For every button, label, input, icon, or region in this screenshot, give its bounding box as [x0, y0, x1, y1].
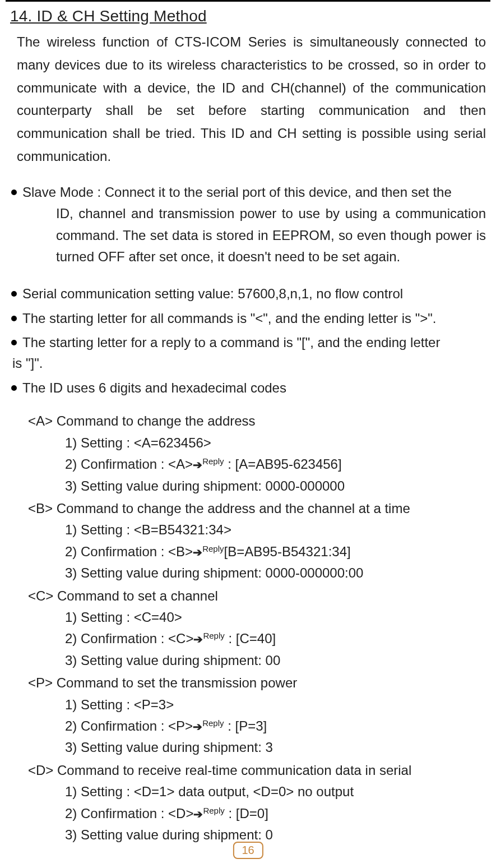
bullet-id-format: The ID uses 6 digits and hexadecimal cod… [22, 377, 486, 398]
command-item-text: Setting : <B=B54321:34> [81, 522, 231, 537]
section-title: 14. ID & CH Setting Method [10, 7, 486, 25]
command-item-number: 3) [65, 565, 81, 580]
bullet-icon [11, 190, 17, 195]
command-item-text: Setting : <C=40> [81, 610, 182, 625]
command-item-number: 3) [65, 653, 81, 668]
reply-superscript: Reply [202, 456, 224, 466]
command-item-text: Setting value during shipment: 3 [81, 740, 273, 755]
command-item: 1) Setting : <C=40> [10, 607, 486, 628]
command-item-number: 3) [65, 827, 81, 842]
command-item: 2) Confirmation : <B>➔Reply[B=AB95-B5432… [10, 541, 486, 562]
command-item-number: 1) [65, 522, 81, 537]
command-item-reply: : [C=40] [225, 631, 276, 646]
arrow-right-icon: ➔ [193, 718, 202, 736]
bullet-serial-setting: Serial communication setting value: 5760… [22, 283, 486, 304]
slave-mode-detail: ID, channel and transmission power to us… [10, 203, 486, 267]
command-item-number: 1) [65, 610, 81, 625]
bullet-icon [11, 291, 17, 297]
bullet-icon [11, 340, 17, 345]
command-item: 2) Confirmation : <A>➔Reply : [A=AB95-62… [10, 454, 486, 475]
command-title: <P> Command to set the transmission powe… [10, 672, 486, 694]
command-item-text: Confirmation : <B> [81, 544, 193, 559]
intro-paragraph: The wireless function of CTS-ICOM Series… [10, 31, 486, 168]
command-title: <C> Command to set a channel [10, 585, 486, 607]
command-item: 2) Confirmation : <C>➔Reply : [C=40] [10, 628, 486, 649]
command-item-number: 2) [65, 806, 81, 821]
command-title: <A> Command to change the address [10, 410, 486, 432]
command-item-number: 1) [65, 697, 81, 712]
reply-superscript: Reply [202, 544, 224, 553]
slave-mode-lead: Slave Mode : Connect it to the serial po… [22, 182, 486, 203]
bullet-command-delimiters: The starting letter for all commands is … [22, 308, 486, 329]
command-item: 1) Setting : <P=3> [10, 694, 486, 715]
command-item-reply: : [A=AB95-623456] [224, 456, 341, 472]
command-item-text: Setting : <A=623456> [81, 435, 211, 450]
command-item: 2) Confirmation : <D>➔Reply : [D=0] [10, 803, 486, 824]
command-item-text: Setting : <D=1> data output, <D=0> no ou… [81, 784, 354, 799]
reply-superscript: Reply [202, 718, 224, 728]
command-item-number: 1) [65, 784, 81, 799]
arrow-right-icon: ➔ [193, 456, 202, 474]
command-item-text: Setting value during shipment: 00 [81, 653, 280, 668]
command-item-text: Setting : <P=3> [81, 697, 174, 712]
command-item-number: 2) [65, 718, 81, 733]
bullet-reply-delimiters-b: is "]". [10, 353, 486, 374]
reply-superscript: Reply [203, 631, 224, 640]
command-item-reply: : [P=3] [224, 718, 267, 733]
bullet-reply-delimiters-a: The starting letter for a reply to a com… [22, 332, 486, 353]
arrow-right-icon: ➔ [193, 805, 203, 823]
command-item: 3) Setting value during shipment: 0000-0… [10, 562, 486, 584]
command-item-number: 1) [65, 435, 81, 450]
command-item: 2) Confirmation : <P>➔Reply : [P=3] [10, 715, 486, 737]
bullet-icon [11, 316, 17, 321]
arrow-right-icon: ➔ [193, 543, 202, 561]
command-item-text: Confirmation : <P> [81, 718, 193, 733]
command-item: 3) Setting value during shipment: 00 [10, 650, 486, 671]
command-item: 3) Setting value during shipment: 3 [10, 737, 486, 758]
command-item-text: Confirmation : <A> [81, 456, 193, 472]
command-item: 1) Setting : <D=1> data output, <D=0> no… [10, 781, 486, 802]
command-item: 3) Setting value during shipment: 0000-0… [10, 475, 486, 497]
command-item-number: 2) [65, 544, 81, 559]
command-item-text: Confirmation : <D> [81, 806, 193, 821]
command-item-number: 2) [65, 631, 81, 646]
command-item-text: Setting value during shipment: 0000-0000… [81, 478, 345, 493]
command-item: 1) Setting : <B=B54321:34> [10, 519, 486, 541]
page-number: 16 [233, 842, 263, 859]
command-item-number: 3) [65, 740, 81, 755]
command-title: <D> Command to receive real-time communi… [10, 760, 486, 781]
command-item-reply: : [D=0] [225, 806, 268, 821]
command-item: 1) Setting : <A=623456> [10, 432, 486, 454]
arrow-right-icon: ➔ [193, 630, 203, 648]
command-item-text: Setting value during shipment: 0 [81, 827, 273, 842]
reply-superscript: Reply [203, 806, 224, 815]
command-title: <B> Command to change the address and th… [10, 498, 486, 519]
command-item-reply: [B=AB95-B54321:34] [224, 544, 350, 559]
command-item-text: Confirmation : <C> [81, 631, 193, 646]
command-item-text: Setting value during shipment: 0000-0000… [81, 565, 363, 580]
bullet-icon [11, 385, 17, 391]
command-item-number: 3) [65, 478, 81, 493]
command-item-number: 2) [65, 456, 81, 472]
